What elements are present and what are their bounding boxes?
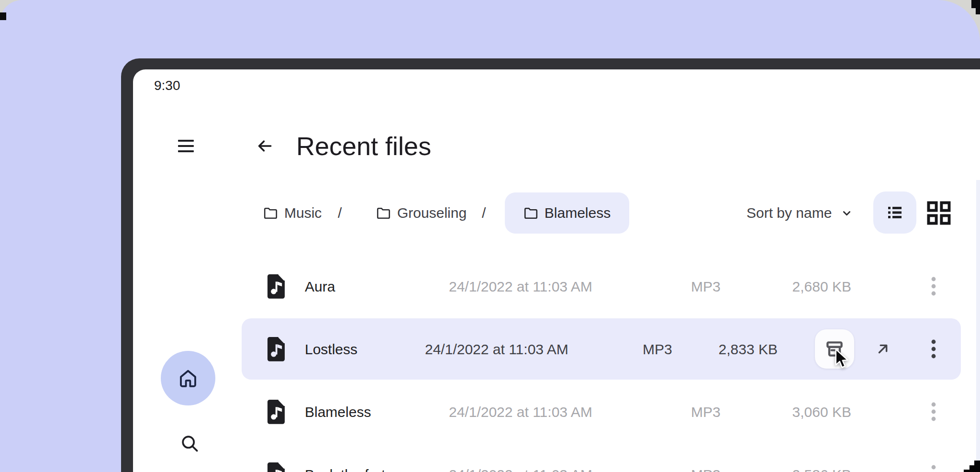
file-size: 2,680 KB [792, 279, 851, 295]
file-row-blameless[interactable]: Blameless 24/1/2022 at 11:03 AM MP3 3,06… [242, 381, 961, 442]
open-in-new-button[interactable] [871, 337, 894, 360]
file-name: Blameless [305, 404, 371, 420]
kebab-icon [931, 402, 936, 421]
chevron-down-icon [840, 207, 853, 220]
status-time: 9:30 [154, 77, 180, 94]
file-date: 24/1/2022 at 11:03 AM [425, 341, 568, 358]
file-date: 24/1/2022 at 11:03 AM [449, 279, 592, 295]
file-type: MP3 [691, 279, 721, 295]
file-type: MP3 [643, 341, 672, 358]
breadcrumb-item-music[interactable]: Music [263, 199, 322, 227]
sort-dropdown[interactable]: Sort by name [746, 199, 853, 227]
home-icon [177, 367, 200, 390]
search-icon [179, 433, 200, 454]
list-view-icon [884, 202, 905, 223]
breadcrumb-item-blameless-active[interactable]: Blameless [505, 192, 629, 234]
folder-icon [263, 207, 278, 220]
tablet-frame: 9:30 Recent files Music / Grouseling / [121, 58, 980, 472]
sort-label: Sort by name [746, 205, 832, 221]
breadcrumb-label: Grouseling [397, 205, 467, 221]
corner-fragment-top-right-step [976, 8, 980, 14]
file-type: MP3 [691, 404, 721, 420]
corner-fragment-top-left [0, 12, 6, 20]
arrow-north-east-icon [874, 340, 891, 358]
file-row-lostless-selected[interactable]: Lostless 24/1/2022 at 11:03 AM MP3 2,833… [242, 318, 961, 380]
view-grid-toggle[interactable] [924, 198, 954, 228]
breadcrumb-separator: / [482, 199, 486, 227]
more-options-button[interactable] [922, 275, 945, 298]
kebab-icon [931, 339, 936, 359]
file-size: 3,060 KB [792, 404, 851, 420]
more-options-button[interactable] [922, 463, 945, 472]
breadcrumb-item-grouseling[interactable]: Grouseling [376, 199, 467, 227]
more-options-button[interactable] [922, 400, 945, 423]
mouse-pointer-cursor [835, 348, 850, 369]
folder-icon [376, 207, 391, 220]
corner-fragment-bottom-right [964, 461, 980, 472]
file-name: Back the fort [305, 467, 385, 472]
breadcrumb-label: Music [284, 205, 322, 221]
audio-file-icon [266, 399, 287, 425]
nav-home-button[interactable] [161, 351, 215, 405]
right-edge-strip [976, 180, 980, 461]
menu-button[interactable] [175, 135, 198, 157]
audio-file-icon [266, 336, 287, 362]
file-size: 2,586 KB [792, 467, 851, 472]
tablet-screen: 9:30 Recent files Music / Grouseling / [133, 69, 980, 472]
grid-view-icon [925, 200, 952, 226]
folder-icon [523, 207, 538, 220]
arrow-left-icon [256, 137, 274, 155]
file-size: 2,833 KB [719, 341, 778, 358]
breadcrumb-label: Blameless [545, 205, 611, 221]
file-type: MP3 [691, 467, 721, 472]
stage: 9:30 Recent files Music / Grouseling / [0, 0, 980, 472]
more-options-button[interactable] [922, 337, 945, 360]
file-date: 24/1/2022 at 11:03 AM [449, 404, 592, 420]
back-button[interactable] [256, 137, 274, 155]
kebab-icon [931, 465, 936, 472]
audio-file-icon [266, 273, 287, 299]
page-title: Recent files [296, 130, 431, 162]
nav-search-button[interactable] [179, 433, 200, 454]
file-date: 24/1/2022 at 11:03 AM [449, 467, 592, 472]
breadcrumb-separator: / [338, 199, 342, 227]
file-row-partial[interactable]: Back the fort 24/1/2022 at 11:03 AM MP3 … [242, 444, 961, 472]
kebab-icon [931, 277, 936, 296]
file-row-aura[interactable]: Aura 24/1/2022 at 11:03 AM MP3 2,680 KB [242, 256, 961, 317]
audio-file-icon [266, 461, 287, 472]
corner-fragment-top-right [971, 0, 980, 8]
view-list-toggle[interactable] [873, 191, 916, 234]
file-name: Lostless [305, 341, 357, 358]
file-list: Aura 24/1/2022 at 11:03 AM MP3 2,680 KB … [242, 256, 961, 472]
file-name: Aura [305, 279, 335, 295]
